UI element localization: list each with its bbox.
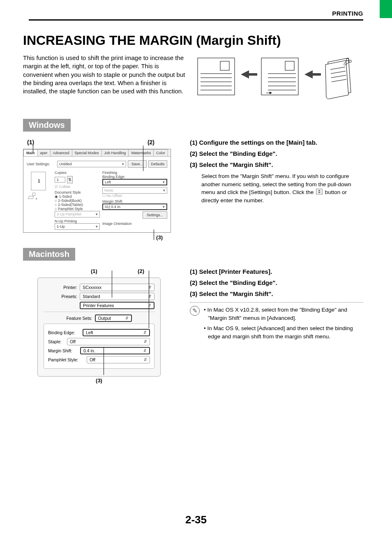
- win-step-3-detail: Select from the "Margin Shift" menu. If …: [201, 172, 363, 205]
- win-step-2: (2) Select the "Binding Edge".: [190, 150, 363, 157]
- page-preview: 1: [27, 171, 51, 199]
- svg-rect-30: [32, 193, 35, 195]
- header-rule: [29, 19, 363, 21]
- tab-main[interactable]: Main: [23, 149, 38, 156]
- binding-edge-label: Binding Edge:: [102, 175, 167, 179]
- page-title: INCREASING THE MARGIN (Margin Shift): [23, 33, 363, 48]
- save-button[interactable]: Save...: [128, 160, 147, 168]
- mac-binding-edge-label: Binding Edge:: [48, 330, 80, 335]
- win-callout-2: (2): [148, 139, 154, 146]
- no-offset-checkbox: ☐ No Offset: [102, 194, 167, 198]
- macintosh-heading: Macintosh: [23, 248, 75, 261]
- tab-color[interactable]: Color: [153, 149, 168, 156]
- mac-callout-1: (1): [91, 268, 97, 274]
- binding-edge-dropdown[interactable]: Left: [102, 179, 167, 185]
- svg-marker-17: [304, 70, 321, 79]
- win-callout-1: (1): [27, 139, 34, 146]
- windows-print-dialog: Main aper Advanced Special Modes Job Han…: [23, 149, 171, 233]
- copies-label: Copies:: [55, 171, 100, 175]
- nup-label: N-Up Printing: [55, 219, 100, 223]
- svg-point-31: [36, 198, 37, 199]
- tab-advanced[interactable]: Advanced: [50, 149, 72, 156]
- radio-1sided[interactable]: 1-Sided: [55, 194, 100, 199]
- mac-note-2: • In Mac OS 9, select [Advanced] and the…: [204, 324, 363, 341]
- mac-printer-label: Printer:: [44, 285, 77, 290]
- svg-rect-33: [316, 189, 322, 194]
- tab-job-handling[interactable]: Job Handling: [101, 149, 129, 156]
- finishing-label: Finishing: [102, 171, 167, 175]
- svg-rect-32: [28, 196, 34, 199]
- mac-margin-shift-dropdown[interactable]: 0.4 in.: [80, 347, 150, 354]
- defaults-button[interactable]: Defaults: [148, 160, 167, 168]
- radio-pamphlet[interactable]: Pamphlet Style: [55, 207, 100, 211]
- tab-paper[interactable]: aper: [37, 149, 51, 156]
- mac-pamphlet-dropdown[interactable]: Off: [87, 356, 150, 363]
- pencil-note-icon: ✎: [190, 306, 200, 316]
- page-number: 2-35: [0, 513, 392, 526]
- mac-feature-sets-dropdown[interactable]: Output: [95, 314, 132, 322]
- note-separator: [190, 302, 363, 303]
- section-label: PRINTING: [29, 10, 363, 17]
- pamphlet-dropdown[interactable]: 2-Up Pamphlet: [55, 211, 100, 217]
- finishing-none-dropdown[interactable]: None: [102, 187, 167, 194]
- mac-print-dialog: Printer: SCxxxxxx Presets: Standard Prin…: [37, 278, 161, 377]
- spinner-icon: [315, 189, 323, 197]
- collate-checkbox[interactable]: Collate: [55, 185, 100, 189]
- mac-feature-sets-label: Feature Sets:: [66, 316, 92, 321]
- image-orientation-label: Image Orientation: [102, 222, 167, 226]
- mac-margin-shift-label: Margin Shift:: [48, 348, 78, 353]
- win-step-1: (1) Configure the settings on the [Main]…: [190, 139, 363, 146]
- mac-section-dropdown[interactable]: Printer Features: [80, 302, 154, 309]
- mac-pamphlet-label: Pamphlet Style:: [48, 357, 84, 362]
- mac-step-1: (1) Select [Printer Features].: [190, 268, 363, 275]
- radio-2sided-tablet[interactable]: 2-Sided(Tablet): [55, 203, 100, 207]
- radio-2sided-book[interactable]: 2-Sided(Book): [55, 199, 100, 203]
- win-step-3: (3) Select the "Margin Shift".: [190, 161, 363, 168]
- mac-note-1: • In Mac OS X v10.2.8, select from the "…: [204, 306, 363, 323]
- doc-style-label: Document Style: [55, 190, 100, 194]
- svg-rect-9: [285, 61, 294, 70]
- accent-bar: [380, 0, 392, 18]
- intro-text: This function is used to shift the print…: [23, 54, 187, 99]
- svg-text:1: 1: [38, 178, 40, 183]
- mac-callout-3: (3): [37, 377, 161, 384]
- svg-rect-1: [220, 61, 229, 70]
- user-settings-dropdown[interactable]: Untitled: [57, 161, 126, 167]
- mac-binding-edge-dropdown[interactable]: Left: [83, 329, 150, 336]
- nup-dropdown[interactable]: 1-Up: [55, 223, 100, 230]
- mac-step-2: (2) Select the "Binding Edge".: [190, 279, 363, 286]
- margin-shift-dropdown[interactable]: 01) 0.4 in.: [102, 204, 167, 210]
- mac-step-3: (3) Select the "Margin Shift".: [190, 290, 363, 297]
- mac-staple-dropdown[interactable]: Off: [67, 338, 150, 345]
- mac-callout-2: (2): [138, 268, 144, 274]
- win-callout-3: (3): [23, 234, 175, 240]
- windows-heading: Windows: [23, 119, 71, 132]
- margin-shift-illustration: [196, 54, 363, 99]
- settings-button[interactable]: Settings...: [143, 211, 167, 219]
- user-settings-label: User Settings:: [27, 162, 55, 166]
- mac-printer-dropdown[interactable]: SCxxxxxx: [80, 284, 154, 291]
- mac-presets-dropdown[interactable]: Standard: [80, 293, 154, 300]
- margin-shift-label: Margin Shift:: [102, 199, 167, 204]
- mac-presets-label: Presets:: [44, 294, 77, 299]
- svg-marker-7: [241, 70, 257, 79]
- copies-input[interactable]: 1: [55, 177, 65, 183]
- tab-special-modes[interactable]: Special Modes: [72, 149, 102, 156]
- tab-watermarks[interactable]: Watermarks: [128, 149, 154, 156]
- mac-staple-label: Staple:: [48, 339, 65, 344]
